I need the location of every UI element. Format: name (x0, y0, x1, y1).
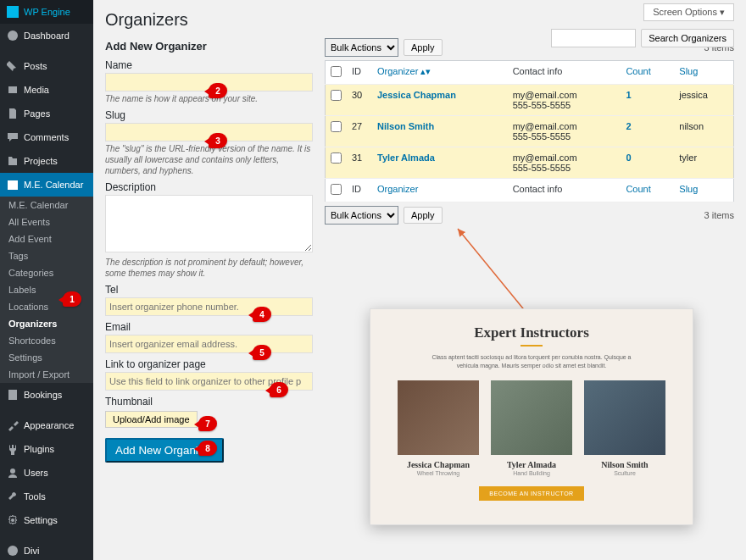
brush-icon (7, 419, 19, 431)
row-slug: nilson (674, 116, 733, 147)
instructor-role: Sculture (584, 470, 665, 476)
sidebar-sub-calendar[interactable]: M.E. Calendar (0, 197, 93, 213)
svg-point-7 (8, 546, 18, 556)
bulk-actions-select-top[interactable]: Bulk Actions (325, 38, 398, 57)
col-contact: Contact info (508, 61, 621, 85)
organizer-link[interactable]: Jessica Chapman (377, 90, 456, 100)
sidebar-item-posts[interactable]: Posts (0, 54, 93, 78)
sidebar-label: Appearance (24, 420, 74, 430)
projects-icon (7, 155, 19, 167)
sidebar-item-bookings[interactable]: Bookings (0, 383, 93, 407)
col-organizer[interactable]: Organizer ▴▾ (372, 61, 508, 85)
table-row: 31 Tyler Almada my@email.com555-555-5555… (326, 147, 734, 179)
col-slug[interactable]: Slug (674, 61, 733, 85)
media-icon (7, 84, 19, 96)
sidebar-sub-shortcodes[interactable]: Shortcodes (0, 332, 93, 349)
row-contact: my@email.com555-555-5555 (508, 85, 621, 116)
sidebar-item-settings[interactable]: Settings (0, 508, 93, 532)
sidebar-label: WP Engine (24, 7, 70, 17)
instructor-name: Tyler Almada (491, 460, 572, 469)
count-link[interactable]: 2 (626, 121, 631, 131)
col-slug[interactable]: Slug (674, 179, 733, 202)
row-checkbox[interactable] (331, 152, 342, 164)
divi-icon (7, 545, 19, 557)
sort-icon: ▴▾ (420, 66, 431, 76)
plugin-icon (7, 443, 19, 455)
svg-rect-3 (8, 180, 18, 183)
sidebar-label: Dashboard (24, 30, 70, 41)
upload-image-button[interactable]: Upload/Add image (105, 411, 198, 428)
col-count[interactable]: Count (621, 61, 674, 85)
name-input[interactable] (105, 73, 313, 91)
sidebar-sub-import[interactable]: Import / Export (0, 366, 93, 383)
select-all-top[interactable] (331, 66, 342, 77)
search-button[interactable]: Search Organizers (641, 29, 734, 47)
sidebar-label: Bookings (24, 390, 62, 400)
admin-sidebar: WP Engine Dashboard Posts Media Pages Co… (0, 0, 93, 560)
sidebar-item-appearance[interactable]: Appearance (0, 413, 93, 437)
organizer-link[interactable]: Tyler Almada (377, 152, 435, 163)
bulk-actions-select-bottom[interactable]: Bulk Actions (325, 206, 398, 225)
sidebar-item-plugins[interactable]: Plugins (0, 437, 93, 461)
col-organizer[interactable]: Organizer (372, 179, 508, 202)
instructor-role: Hand Building (491, 470, 572, 476)
sidebar-sub-locations[interactable]: Locations (0, 298, 93, 315)
pin-icon (7, 60, 19, 72)
sidebar-sub-addevent[interactable]: Add Event (0, 230, 93, 247)
sidebar-item-calendar[interactable]: M.E. Calendar (0, 173, 93, 197)
count-link[interactable]: 1 (626, 90, 631, 100)
count-link[interactable]: 0 (626, 152, 631, 163)
form-heading: Add New Organizer (105, 40, 313, 53)
link-label: Link to organizer page (105, 358, 313, 370)
desc-input[interactable] (105, 195, 313, 252)
sidebar-label: Plugins (24, 444, 54, 454)
sidebar-sub-settings[interactable]: Settings (0, 349, 93, 366)
preview-cta-button[interactable]: BECOME AN INSTRUCTOR (479, 486, 583, 501)
apply-button-bottom[interactable]: Apply (404, 207, 443, 224)
tel-input[interactable] (105, 297, 313, 316)
row-checkbox[interactable] (331, 121, 342, 132)
organizer-link[interactable]: Nilson Smith (377, 121, 434, 131)
name-hint: The name is how it appears on your site. (105, 93, 313, 104)
frontend-preview: Expert Instructors Class aptent taciti s… (370, 308, 693, 525)
search-input[interactable] (551, 29, 636, 47)
sidebar-sub-tags[interactable]: Tags (0, 247, 93, 264)
svg-rect-4 (8, 390, 17, 400)
sidebar-item-comments[interactable]: Comments (0, 125, 93, 149)
gear-icon (7, 514, 19, 526)
select-all-bottom[interactable] (331, 184, 342, 195)
sidebar-item-users[interactable]: Users (0, 461, 93, 485)
sidebar-item-divi[interactable]: Divi (0, 539, 93, 560)
sidebar-item-pages[interactable]: Pages (0, 102, 93, 125)
sidebar-item-wpengine[interactable]: WP Engine (0, 0, 93, 24)
preview-title: Expert Instructors (394, 324, 669, 341)
page-icon (7, 108, 19, 119)
slug-label: Slug (105, 109, 313, 121)
table-row: 30 Jessica Chapman my@email.com555-555-5… (326, 85, 734, 116)
sidebar-sub-allevents[interactable]: All Events (0, 213, 93, 230)
sidebar-item-projects[interactable]: Projects (0, 149, 93, 173)
instructor-photo (398, 380, 479, 455)
instructor-photo (584, 380, 665, 455)
sidebar-label: Users (24, 468, 48, 478)
sidebar-sub-labels[interactable]: Labels (0, 281, 93, 298)
organizers-table: ID Organizer ▴▾ Contact info Count Slug … (325, 60, 734, 202)
sidebar-label: Comments (24, 132, 69, 142)
row-checkbox[interactable] (331, 90, 342, 101)
preview-blurb: Class aptent taciti sociosqu ad litora t… (421, 353, 642, 370)
sidebar-sub-categories[interactable]: Categories (0, 264, 93, 281)
sidebar-item-tools[interactable]: Tools (0, 485, 93, 508)
col-count[interactable]: Count (621, 179, 674, 202)
link-input[interactable] (105, 372, 313, 391)
submit-button[interactable]: Add New Organizer (105, 438, 224, 463)
apply-button-top[interactable]: Apply (404, 39, 443, 56)
email-input[interactable] (105, 335, 313, 353)
calendar-icon (7, 179, 19, 191)
sidebar-sub-organizers[interactable]: Organizers (0, 315, 93, 332)
sidebar-item-media[interactable]: Media (0, 78, 93, 102)
sidebar-item-dashboard[interactable]: Dashboard (0, 24, 93, 47)
slug-input[interactable] (105, 123, 313, 141)
svg-point-1 (8, 30, 18, 41)
preview-underline (521, 345, 543, 347)
screen-options-toggle[interactable]: Screen Options ▾ (643, 3, 734, 21)
